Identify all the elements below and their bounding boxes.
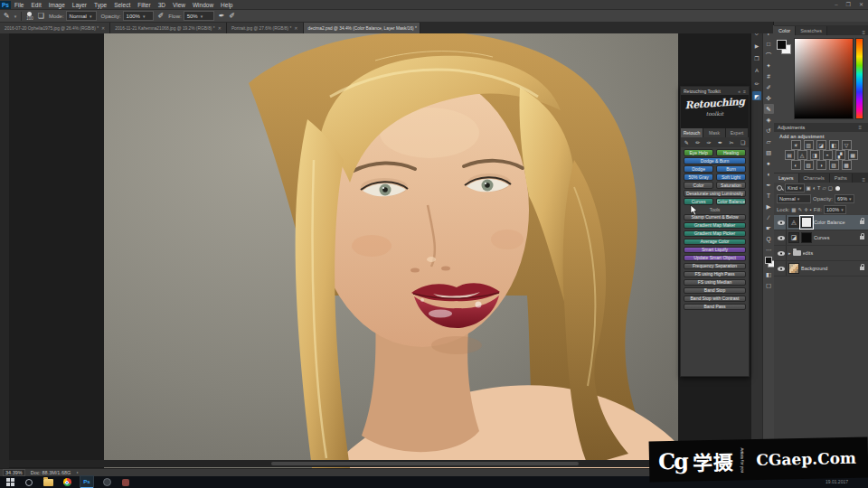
tab-paths[interactable]: Paths bbox=[830, 174, 853, 183]
eye-icon[interactable] bbox=[778, 221, 785, 225]
app-button-dark[interactable] bbox=[101, 477, 112, 487]
close-icon[interactable]: ✕ bbox=[420, 25, 420, 31]
layer-name[interactable]: edits bbox=[803, 250, 866, 256]
healing-brush-tool[interactable]: ✜ bbox=[764, 93, 774, 103]
gradient-tool[interactable]: ▧ bbox=[764, 147, 774, 157]
gradient-map-icon[interactable]: ▩ bbox=[842, 160, 852, 170]
rt-button[interactable]: Gradient Map Picker bbox=[684, 230, 746, 238]
brush-tool[interactable]: ✎ bbox=[764, 104, 774, 114]
lock-position-icon[interactable]: ✛ bbox=[804, 207, 808, 212]
rt-brush-icon[interactable]: ✎ bbox=[684, 139, 689, 145]
menu-item[interactable]: Layer bbox=[72, 2, 87, 8]
pressure-size-icon[interactable]: ✐ bbox=[229, 12, 235, 21]
canvas-image[interactable] bbox=[104, 33, 678, 468]
filter-kind-select[interactable]: Kind ▾ bbox=[785, 183, 805, 192]
panel-menu-icon[interactable]: ≡ bbox=[862, 177, 868, 183]
horizontal-scrollbar[interactable] bbox=[9, 460, 750, 467]
rt-button[interactable]: Smart Liquify bbox=[684, 247, 746, 254]
minimize-button[interactable]: – bbox=[835, 0, 837, 9]
eyedropper-tool[interactable]: ✐ bbox=[764, 82, 774, 92]
type-tool[interactable]: T bbox=[764, 191, 774, 201]
mode-select[interactable]: Normal ▾ bbox=[66, 11, 97, 21]
rt-button[interactable]: Soft Light bbox=[716, 174, 746, 181]
panel-menu-icon[interactable]: ≡ bbox=[862, 30, 868, 35]
rt-button[interactable]: Color Balance bbox=[716, 198, 746, 205]
lock-all-icon[interactable]: ▪ bbox=[810, 207, 812, 212]
photoshop-taskbar-button[interactable]: Ps bbox=[80, 476, 93, 488]
menu-item[interactable]: Image bbox=[49, 2, 65, 8]
photo-filter-icon[interactable]: ◓ bbox=[823, 150, 833, 160]
menu-item[interactable]: Filter bbox=[137, 2, 150, 8]
document-tab[interactable]: Portrait.jpg @ 27.6% (RGB/8) * ✕ bbox=[227, 23, 304, 33]
rt-tab[interactable]: Retouch bbox=[681, 128, 703, 137]
rt-button[interactable]: Healing bbox=[716, 149, 746, 156]
filtering-toggle[interactable] bbox=[835, 186, 840, 191]
rt-button[interactable]: FS using High Pass bbox=[684, 271, 746, 278]
color-balance-icon[interactable]: ◬ bbox=[797, 150, 807, 160]
foreground-background-swatches[interactable] bbox=[764, 256, 774, 268]
close-icon[interactable]: ✕ bbox=[218, 25, 222, 31]
quick-mask-toggle[interactable]: ◧ bbox=[764, 269, 774, 279]
tab-swatches[interactable]: Swatches bbox=[796, 26, 827, 35]
hand-tool[interactable]: ☛ bbox=[764, 223, 774, 233]
blend-mode-select[interactable]: Normal ▾ bbox=[777, 194, 811, 203]
zoom-level-field[interactable]: 34.39% bbox=[3, 469, 25, 476]
document-tab[interactable]: decima2.psd @ 34.4% (Color Balance, Laye… bbox=[304, 23, 420, 33]
opacity-select[interactable]: 100% ▾ bbox=[123, 11, 154, 21]
fill-select[interactable]: 100% ▾ bbox=[824, 205, 846, 214]
curves-icon[interactable]: ◪ bbox=[816, 140, 826, 150]
exposure-icon[interactable]: ◧ bbox=[829, 140, 839, 150]
threshold-icon[interactable]: ◑ bbox=[816, 160, 826, 170]
hue-slider[interactable] bbox=[855, 38, 863, 119]
layer-mask-thumbnail[interactable] bbox=[801, 232, 812, 243]
channel-mixer-icon[interactable]: ▞ bbox=[835, 150, 845, 160]
rt-button[interactable]: Average Color bbox=[684, 239, 746, 246]
lock-transparency-icon[interactable]: ▦ bbox=[791, 207, 796, 212]
tab-channels[interactable]: Channels bbox=[799, 174, 830, 183]
start-button[interactable] bbox=[5, 477, 15, 487]
filter-smart-object-icon[interactable]: ▢ bbox=[828, 185, 833, 191]
clone-source-panel-icon[interactable]: ❐ bbox=[752, 53, 761, 62]
actions-panel-icon[interactable]: ▶ bbox=[752, 41, 761, 50]
rt-button[interactable]: Dodge & Burn bbox=[684, 157, 746, 164]
visibility-cell[interactable] bbox=[776, 215, 787, 230]
zoom-tool[interactable]: Q bbox=[764, 234, 774, 244]
menu-item[interactable]: Type bbox=[94, 2, 107, 8]
eye-icon[interactable] bbox=[778, 236, 785, 240]
rt-button[interactable]: Desaturate using Luminosity bbox=[684, 190, 746, 197]
layer-name[interactable]: Curves bbox=[814, 235, 858, 240]
saturation-brightness-field[interactable] bbox=[794, 38, 854, 119]
character-panel-icon[interactable]: A bbox=[752, 66, 761, 75]
more-tools[interactable]: ⋯ bbox=[764, 245, 774, 255]
filter-adjustment-icon[interactable]: ◐ bbox=[813, 185, 816, 191]
visibility-cell[interactable] bbox=[776, 230, 787, 245]
adjustment-thumbnail[interactable]: ◪ bbox=[788, 232, 799, 243]
photoshop-logo[interactable]: Ps bbox=[0, 1, 11, 9]
close-icon[interactable]: ✕ bbox=[101, 25, 105, 31]
color-lookup-icon[interactable]: ▦ bbox=[848, 150, 858, 160]
brush-tool-icon[interactable]: ✎ bbox=[4, 12, 10, 21]
brush-preset-picker[interactable]: 100 bbox=[26, 12, 33, 21]
dodge-tool[interactable]: ◖ bbox=[764, 169, 774, 179]
status-options-caret[interactable]: ‣ bbox=[76, 470, 79, 475]
line-tool[interactable]: ∕ bbox=[764, 212, 774, 222]
rt-button[interactable]: Gradient Map Maker bbox=[684, 222, 746, 230]
rt-panel-header[interactable]: Retouching Toolkit « ≡ bbox=[681, 87, 749, 95]
tab-color[interactable]: Color bbox=[774, 26, 796, 35]
layer-row-edits-group[interactable]: ▸ edits bbox=[774, 246, 868, 261]
group-collapse-caret[interactable]: ▸ bbox=[788, 250, 791, 256]
close-button[interactable]: ✕ bbox=[859, 0, 863, 9]
rt-button[interactable]: 50% Gray bbox=[684, 174, 713, 181]
rt-tab[interactable]: Expert bbox=[726, 128, 749, 137]
rt-pen-icon[interactable]: ✑ bbox=[707, 139, 712, 145]
rt-button[interactable]: Dodge bbox=[684, 165, 713, 173]
filter-shape-icon[interactable]: ▱ bbox=[822, 185, 826, 191]
adjustments-header[interactable]: Adjustments ≡ bbox=[774, 123, 868, 132]
app-button-red[interactable] bbox=[120, 477, 131, 487]
chrome-button[interactable] bbox=[61, 477, 72, 487]
blur-tool[interactable]: ● bbox=[764, 158, 774, 168]
collapse-icon[interactable]: « bbox=[738, 89, 741, 94]
screen-mode-toggle[interactable]: ▢ bbox=[764, 280, 774, 290]
posterize-icon[interactable]: ▧ bbox=[804, 160, 814, 170]
rt-button[interactable]: FS using Median bbox=[684, 279, 746, 286]
